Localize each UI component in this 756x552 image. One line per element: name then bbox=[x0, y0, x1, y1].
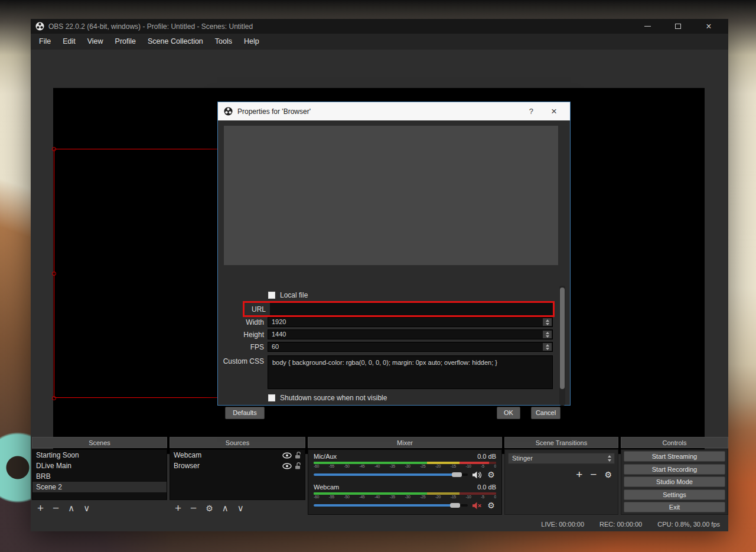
mixer-header[interactable]: Mixer bbox=[308, 437, 502, 448]
volume-slider-handle[interactable] bbox=[450, 503, 460, 508]
selection-handle-bottom-left[interactable] bbox=[52, 396, 56, 400]
add-transition-button[interactable]: + bbox=[576, 469, 582, 480]
menu-edit[interactable]: Edit bbox=[57, 34, 82, 50]
scrollbar-thumb[interactable] bbox=[560, 288, 565, 389]
menu-profile[interactable]: Profile bbox=[109, 34, 142, 50]
channel-settings-gear-icon[interactable]: ⚙ bbox=[486, 501, 496, 509]
tick-label: -15 bbox=[451, 495, 456, 500]
meter-scale: -60-55-50-45-40-35-30-25-20-15-10-50 bbox=[314, 495, 496, 500]
scene-item[interactable]: BRB bbox=[32, 471, 167, 482]
height-input[interactable]: 1440 bbox=[268, 329, 553, 339]
minimize-button[interactable] bbox=[641, 22, 654, 31]
local-file-label: Local file bbox=[280, 291, 308, 299]
dialog-scrollbar[interactable] bbox=[559, 286, 565, 406]
tick-label: -30 bbox=[405, 464, 410, 469]
start-streaming-button[interactable]: Start Streaming bbox=[624, 451, 725, 462]
controls-panel: Controls Start Streaming Start Recording… bbox=[621, 437, 728, 516]
scenes-header[interactable]: Scenes bbox=[32, 437, 167, 448]
close-button[interactable]: × bbox=[702, 22, 715, 31]
remove-scene-button[interactable]: − bbox=[53, 502, 59, 514]
transition-select[interactable]: Stinger bbox=[508, 453, 615, 464]
scene-item[interactable]: Starting Soon bbox=[32, 450, 167, 460]
url-input[interactable] bbox=[270, 303, 553, 315]
desktop-wallpaper: OBS 22.0.2 (64-bit, windows) - Profile: … bbox=[0, 0, 756, 552]
tick-label: -40 bbox=[374, 464, 380, 469]
add-scene-button[interactable]: + bbox=[37, 502, 44, 514]
move-source-down-button[interactable]: ∨ bbox=[237, 504, 244, 512]
selection-handle-middle-left[interactable] bbox=[52, 272, 56, 276]
window-title: OBS 22.0.2 (64-bit, windows) - Profile: … bbox=[48, 22, 253, 31]
volume-slider[interactable] bbox=[314, 473, 468, 476]
unlock-icon[interactable] bbox=[295, 452, 301, 459]
width-input[interactable]: 1920 bbox=[268, 317, 553, 327]
tick-label: -60 bbox=[314, 464, 319, 469]
scene-item[interactable]: DLive Main bbox=[32, 460, 167, 471]
width-label: Width bbox=[218, 318, 264, 326]
source-item[interactable]: Webcam bbox=[170, 450, 305, 460]
move-source-up-button[interactable]: ∧ bbox=[222, 504, 229, 512]
transition-properties-gear-icon[interactable]: ⚙ bbox=[604, 471, 612, 479]
tick-label: 0 bbox=[494, 495, 496, 500]
dialog-title: Properties for 'Browser' bbox=[237, 107, 311, 116]
move-scene-down-button[interactable]: ∨ bbox=[83, 504, 90, 512]
unlock-icon[interactable] bbox=[295, 462, 301, 469]
custom-css-textarea[interactable]: body { background-color: rgba(0, 0, 0, 0… bbox=[268, 355, 553, 389]
add-source-button[interactable]: + bbox=[175, 502, 181, 514]
channel-name: Webcam bbox=[314, 484, 339, 492]
tick-label: -40 bbox=[374, 495, 380, 500]
tick-label: -10 bbox=[466, 464, 471, 469]
fps-input[interactable]: 60 bbox=[268, 342, 553, 352]
height-spinner[interactable] bbox=[543, 331, 552, 338]
menu-scene-collection[interactable]: Scene Collection bbox=[142, 34, 209, 50]
cancel-button[interactable]: Cancel bbox=[531, 407, 561, 419]
url-highlight-box: URL bbox=[243, 301, 555, 317]
maximize-button[interactable] bbox=[672, 22, 685, 31]
ok-button[interactable]: OK bbox=[497, 407, 520, 419]
speaker-icon[interactable] bbox=[472, 471, 482, 479]
menu-file[interactable]: File bbox=[33, 34, 57, 50]
selection-handle-top-left[interactable] bbox=[52, 147, 56, 151]
move-scene-up-button[interactable]: ∧ bbox=[68, 504, 74, 512]
tick-label: -50 bbox=[344, 495, 350, 500]
sources-header[interactable]: Sources bbox=[170, 437, 305, 448]
source-properties-gear-icon[interactable]: ⚙ bbox=[206, 504, 213, 512]
settings-button[interactable]: Settings bbox=[624, 489, 725, 500]
menu-view[interactable]: View bbox=[82, 34, 109, 50]
channel-settings-gear-icon[interactable]: ⚙ bbox=[486, 471, 496, 479]
visibility-eye-icon[interactable] bbox=[282, 452, 292, 459]
exit-button[interactable]: Exit bbox=[624, 502, 725, 512]
channel-name: Mic/Aux bbox=[314, 453, 337, 461]
shutdown-source-checkbox[interactable] bbox=[268, 394, 275, 401]
dialog-help-button[interactable]: ? bbox=[529, 107, 533, 116]
scenes-toolbar: + − ∧ ∨ bbox=[32, 501, 167, 515]
visibility-eye-icon[interactable] bbox=[282, 463, 292, 469]
start-recording-button[interactable]: Start Recording bbox=[624, 464, 725, 475]
menu-help[interactable]: Help bbox=[238, 34, 265, 50]
muted-speaker-icon[interactable] bbox=[472, 502, 482, 509]
controls-header[interactable]: Controls bbox=[621, 437, 728, 448]
window-titlebar: OBS 22.0.2 (64-bit, windows) - Profile: … bbox=[31, 19, 728, 34]
defaults-button[interactable]: Defaults bbox=[225, 407, 265, 419]
controls-body: Start Streaming Start Recording Studio M… bbox=[621, 449, 728, 515]
source-item[interactable]: Browser bbox=[170, 460, 305, 471]
dialog-body: Local file URL Width 1920 Height 1440 FP… bbox=[218, 120, 570, 405]
volume-slider-handle[interactable] bbox=[452, 472, 462, 477]
tick-label: -55 bbox=[329, 495, 334, 500]
url-label: URL bbox=[245, 305, 266, 313]
scene-transitions-header[interactable]: Scene Transitions bbox=[504, 437, 618, 448]
studio-mode-button[interactable]: Studio Mode bbox=[624, 476, 725, 487]
volume-slider[interactable] bbox=[314, 504, 468, 507]
width-spinner[interactable] bbox=[543, 318, 552, 326]
remove-transition-button[interactable]: − bbox=[590, 469, 597, 480]
tick-label: -35 bbox=[390, 464, 395, 469]
local-file-checkbox[interactable] bbox=[268, 292, 275, 299]
scene-item-selected[interactable]: Scene 2 bbox=[32, 482, 167, 492]
menu-tools[interactable]: Tools bbox=[209, 34, 238, 50]
cpu-fps: CPU: 0.8%, 30.00 fps bbox=[657, 521, 720, 528]
mixer-channel-webcam: Webcam 0.0 dB -60-55-50-45-40-35-30-25-2… bbox=[314, 484, 496, 510]
scene-transitions-panel: Scene Transitions Stinger + − ⚙ bbox=[504, 437, 618, 516]
tick-label: -25 bbox=[420, 495, 425, 500]
fps-spinner[interactable] bbox=[543, 343, 552, 351]
remove-source-button[interactable]: − bbox=[190, 502, 197, 514]
dialog-close-button[interactable]: × bbox=[551, 106, 557, 116]
